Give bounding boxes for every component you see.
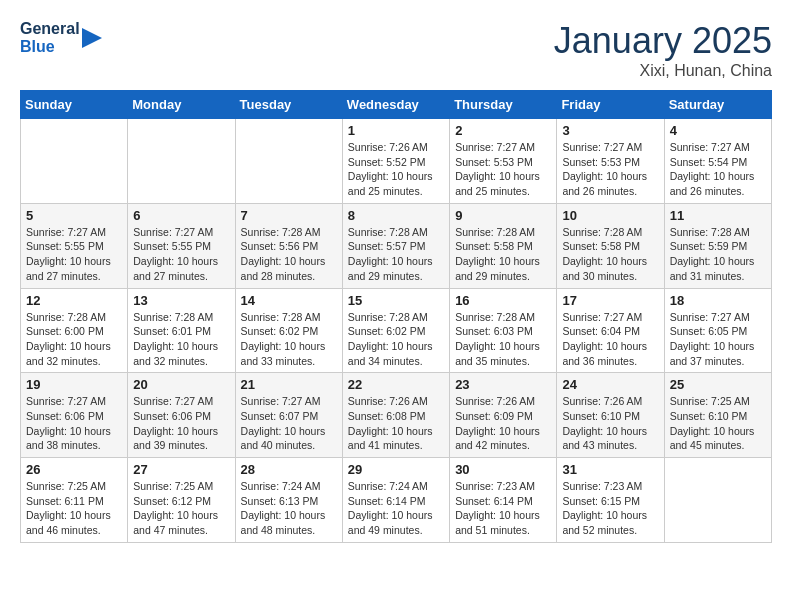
- day-number: 21: [241, 377, 337, 392]
- day-number: 20: [133, 377, 229, 392]
- day-info: Sunrise: 7:28 AM Sunset: 5:56 PM Dayligh…: [241, 225, 337, 284]
- day-info: Sunrise: 7:28 AM Sunset: 6:03 PM Dayligh…: [455, 310, 551, 369]
- calendar-title: January 2025: [554, 20, 772, 62]
- day-number: 13: [133, 293, 229, 308]
- calendar-cell: [664, 458, 771, 543]
- calendar-cell: 29Sunrise: 7:24 AM Sunset: 6:14 PM Dayli…: [342, 458, 449, 543]
- calendar-cell: 17Sunrise: 7:27 AM Sunset: 6:04 PM Dayli…: [557, 288, 664, 373]
- calendar-cell: [128, 119, 235, 204]
- day-number: 15: [348, 293, 444, 308]
- day-number: 12: [26, 293, 122, 308]
- day-info: Sunrise: 7:24 AM Sunset: 6:14 PM Dayligh…: [348, 479, 444, 538]
- title-block: January 2025 Xixi, Hunan, China: [554, 20, 772, 80]
- calendar-cell: 6Sunrise: 7:27 AM Sunset: 5:55 PM Daylig…: [128, 203, 235, 288]
- calendar-week-row: 1Sunrise: 7:26 AM Sunset: 5:52 PM Daylig…: [21, 119, 772, 204]
- day-number: 30: [455, 462, 551, 477]
- calendar-cell: 5Sunrise: 7:27 AM Sunset: 5:55 PM Daylig…: [21, 203, 128, 288]
- calendar-cell: 21Sunrise: 7:27 AM Sunset: 6:07 PM Dayli…: [235, 373, 342, 458]
- day-info: Sunrise: 7:27 AM Sunset: 5:54 PM Dayligh…: [670, 140, 766, 199]
- day-number: 18: [670, 293, 766, 308]
- weekday-header-row: SundayMondayTuesdayWednesdayThursdayFrid…: [21, 91, 772, 119]
- day-number: 28: [241, 462, 337, 477]
- day-number: 29: [348, 462, 444, 477]
- day-info: Sunrise: 7:27 AM Sunset: 6:06 PM Dayligh…: [26, 394, 122, 453]
- day-info: Sunrise: 7:28 AM Sunset: 6:02 PM Dayligh…: [241, 310, 337, 369]
- calendar-cell: 26Sunrise: 7:25 AM Sunset: 6:11 PM Dayli…: [21, 458, 128, 543]
- day-info: Sunrise: 7:27 AM Sunset: 6:07 PM Dayligh…: [241, 394, 337, 453]
- day-info: Sunrise: 7:28 AM Sunset: 5:58 PM Dayligh…: [562, 225, 658, 284]
- day-info: Sunrise: 7:28 AM Sunset: 6:02 PM Dayligh…: [348, 310, 444, 369]
- day-number: 24: [562, 377, 658, 392]
- day-number: 4: [670, 123, 766, 138]
- day-number: 9: [455, 208, 551, 223]
- weekday-header: Monday: [128, 91, 235, 119]
- calendar-table: SundayMondayTuesdayWednesdayThursdayFrid…: [20, 90, 772, 543]
- day-info: Sunrise: 7:26 AM Sunset: 5:52 PM Dayligh…: [348, 140, 444, 199]
- calendar-cell: 12Sunrise: 7:28 AM Sunset: 6:00 PM Dayli…: [21, 288, 128, 373]
- calendar-cell: 22Sunrise: 7:26 AM Sunset: 6:08 PM Dayli…: [342, 373, 449, 458]
- calendar-week-row: 5Sunrise: 7:27 AM Sunset: 5:55 PM Daylig…: [21, 203, 772, 288]
- day-info: Sunrise: 7:27 AM Sunset: 6:04 PM Dayligh…: [562, 310, 658, 369]
- day-info: Sunrise: 7:27 AM Sunset: 5:53 PM Dayligh…: [455, 140, 551, 199]
- calendar-subtitle: Xixi, Hunan, China: [554, 62, 772, 80]
- calendar-cell: 23Sunrise: 7:26 AM Sunset: 6:09 PM Dayli…: [450, 373, 557, 458]
- weekday-header: Thursday: [450, 91, 557, 119]
- calendar-cell: 19Sunrise: 7:27 AM Sunset: 6:06 PM Dayli…: [21, 373, 128, 458]
- day-number: 5: [26, 208, 122, 223]
- day-number: 7: [241, 208, 337, 223]
- day-info: Sunrise: 7:27 AM Sunset: 6:05 PM Dayligh…: [670, 310, 766, 369]
- weekday-header: Tuesday: [235, 91, 342, 119]
- day-info: Sunrise: 7:27 AM Sunset: 6:06 PM Dayligh…: [133, 394, 229, 453]
- calendar-cell: 2Sunrise: 7:27 AM Sunset: 5:53 PM Daylig…: [450, 119, 557, 204]
- calendar-cell: 7Sunrise: 7:28 AM Sunset: 5:56 PM Daylig…: [235, 203, 342, 288]
- logo-text-general: General: [20, 20, 80, 38]
- day-number: 3: [562, 123, 658, 138]
- calendar-cell: 13Sunrise: 7:28 AM Sunset: 6:01 PM Dayli…: [128, 288, 235, 373]
- day-info: Sunrise: 7:28 AM Sunset: 6:01 PM Dayligh…: [133, 310, 229, 369]
- day-info: Sunrise: 7:24 AM Sunset: 6:13 PM Dayligh…: [241, 479, 337, 538]
- day-number: 10: [562, 208, 658, 223]
- calendar-cell: 14Sunrise: 7:28 AM Sunset: 6:02 PM Dayli…: [235, 288, 342, 373]
- day-info: Sunrise: 7:26 AM Sunset: 6:08 PM Dayligh…: [348, 394, 444, 453]
- day-info: Sunrise: 7:25 AM Sunset: 6:11 PM Dayligh…: [26, 479, 122, 538]
- calendar-cell: 30Sunrise: 7:23 AM Sunset: 6:14 PM Dayli…: [450, 458, 557, 543]
- calendar-cell: 11Sunrise: 7:28 AM Sunset: 5:59 PM Dayli…: [664, 203, 771, 288]
- day-info: Sunrise: 7:25 AM Sunset: 6:10 PM Dayligh…: [670, 394, 766, 453]
- day-number: 31: [562, 462, 658, 477]
- day-number: 26: [26, 462, 122, 477]
- day-info: Sunrise: 7:26 AM Sunset: 6:10 PM Dayligh…: [562, 394, 658, 453]
- day-info: Sunrise: 7:28 AM Sunset: 5:57 PM Dayligh…: [348, 225, 444, 284]
- calendar-cell: 8Sunrise: 7:28 AM Sunset: 5:57 PM Daylig…: [342, 203, 449, 288]
- calendar-cell: 27Sunrise: 7:25 AM Sunset: 6:12 PM Dayli…: [128, 458, 235, 543]
- page-header: General Blue January 2025 Xixi, Hunan, C…: [20, 20, 772, 80]
- calendar-cell: 28Sunrise: 7:24 AM Sunset: 6:13 PM Dayli…: [235, 458, 342, 543]
- weekday-header: Sunday: [21, 91, 128, 119]
- day-info: Sunrise: 7:23 AM Sunset: 6:14 PM Dayligh…: [455, 479, 551, 538]
- calendar-cell: 1Sunrise: 7:26 AM Sunset: 5:52 PM Daylig…: [342, 119, 449, 204]
- weekday-header: Wednesday: [342, 91, 449, 119]
- calendar-cell: [235, 119, 342, 204]
- day-number: 1: [348, 123, 444, 138]
- calendar-cell: [21, 119, 128, 204]
- day-number: 14: [241, 293, 337, 308]
- calendar-cell: 16Sunrise: 7:28 AM Sunset: 6:03 PM Dayli…: [450, 288, 557, 373]
- calendar-cell: 10Sunrise: 7:28 AM Sunset: 5:58 PM Dayli…: [557, 203, 664, 288]
- day-number: 2: [455, 123, 551, 138]
- day-info: Sunrise: 7:27 AM Sunset: 5:55 PM Dayligh…: [26, 225, 122, 284]
- day-info: Sunrise: 7:27 AM Sunset: 5:55 PM Dayligh…: [133, 225, 229, 284]
- day-number: 22: [348, 377, 444, 392]
- day-info: Sunrise: 7:28 AM Sunset: 6:00 PM Dayligh…: [26, 310, 122, 369]
- day-number: 17: [562, 293, 658, 308]
- calendar-cell: 4Sunrise: 7:27 AM Sunset: 5:54 PM Daylig…: [664, 119, 771, 204]
- day-number: 11: [670, 208, 766, 223]
- weekday-header: Friday: [557, 91, 664, 119]
- day-info: Sunrise: 7:28 AM Sunset: 5:58 PM Dayligh…: [455, 225, 551, 284]
- calendar-week-row: 19Sunrise: 7:27 AM Sunset: 6:06 PM Dayli…: [21, 373, 772, 458]
- day-info: Sunrise: 7:28 AM Sunset: 5:59 PM Dayligh…: [670, 225, 766, 284]
- calendar-cell: 15Sunrise: 7:28 AM Sunset: 6:02 PM Dayli…: [342, 288, 449, 373]
- calendar-cell: 3Sunrise: 7:27 AM Sunset: 5:53 PM Daylig…: [557, 119, 664, 204]
- day-number: 23: [455, 377, 551, 392]
- calendar-cell: 18Sunrise: 7:27 AM Sunset: 6:05 PM Dayli…: [664, 288, 771, 373]
- logo-text-blue: Blue: [20, 38, 80, 56]
- day-info: Sunrise: 7:25 AM Sunset: 6:12 PM Dayligh…: [133, 479, 229, 538]
